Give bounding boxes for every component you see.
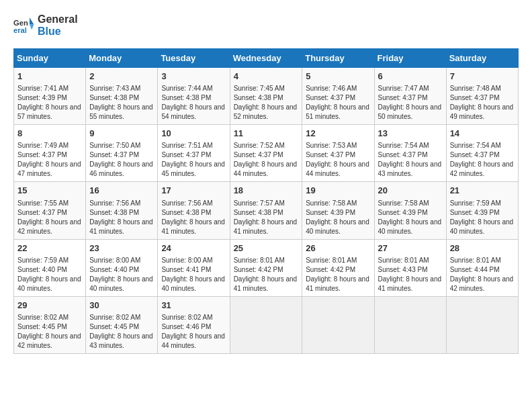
day-number: 14 bbox=[450, 128, 515, 140]
sunset-text: Sunset: 4:39 PM bbox=[17, 94, 67, 101]
calendar-cell: 5Sunrise: 7:46 AMSunset: 4:37 PMDaylight… bbox=[302, 68, 374, 125]
logo-text-line2: Blue bbox=[38, 26, 78, 38]
sunset-text: Sunset: 4:46 PM bbox=[161, 323, 211, 330]
sunrise-text: Sunrise: 8:01 AM bbox=[234, 257, 285, 264]
sunrise-text: Sunrise: 8:01 AM bbox=[378, 257, 429, 264]
day-header-sunday: Sunday bbox=[14, 49, 86, 68]
sunset-text: Sunset: 4:39 PM bbox=[378, 209, 428, 216]
sunset-text: Sunset: 4:40 PM bbox=[17, 266, 67, 273]
sunset-text: Sunset: 4:38 PM bbox=[161, 209, 211, 216]
day-number: 31 bbox=[161, 300, 226, 312]
calendar-cell: 8Sunrise: 7:49 AMSunset: 4:37 PMDaylight… bbox=[14, 125, 86, 182]
day-number: 9 bbox=[89, 128, 154, 140]
sunrise-text: Sunrise: 8:00 AM bbox=[89, 257, 140, 264]
sunset-text: Sunset: 4:37 PM bbox=[306, 151, 355, 158]
daylight-text: Daylight: 8 hours and 40 minutes. bbox=[378, 218, 442, 235]
sunset-text: Sunset: 4:38 PM bbox=[89, 94, 139, 101]
daylight-text: Daylight: 8 hours and 42 minutes. bbox=[17, 332, 81, 349]
sunset-text: Sunset: 4:37 PM bbox=[89, 151, 139, 158]
day-number: 30 bbox=[89, 300, 154, 312]
day-number: 27 bbox=[378, 242, 443, 255]
sunset-text: Sunset: 4:42 PM bbox=[234, 266, 283, 273]
day-number: 2 bbox=[89, 71, 154, 83]
sunset-text: Sunset: 4:38 PM bbox=[234, 94, 283, 101]
svg-marker-3 bbox=[30, 24, 34, 30]
calendar-cell bbox=[230, 296, 302, 353]
day-number: 22 bbox=[17, 242, 82, 255]
daylight-text: Daylight: 8 hours and 52 minutes. bbox=[234, 103, 298, 120]
sunrise-text: Sunrise: 7:53 AM bbox=[306, 142, 357, 149]
sunset-text: Sunset: 4:40 PM bbox=[89, 266, 139, 273]
sunrise-text: Sunrise: 7:51 AM bbox=[161, 142, 212, 149]
sunset-text: Sunset: 4:37 PM bbox=[17, 209, 67, 216]
sunrise-text: Sunrise: 7:52 AM bbox=[234, 142, 285, 149]
sunrise-text: Sunrise: 8:01 AM bbox=[450, 257, 501, 264]
day-number: 19 bbox=[306, 185, 370, 197]
sunset-text: Sunset: 4:37 PM bbox=[306, 94, 355, 101]
calendar-cell: 9Sunrise: 7:50 AMSunset: 4:37 PMDaylight… bbox=[86, 125, 158, 182]
day-number: 24 bbox=[161, 242, 226, 255]
calendar-cell bbox=[302, 296, 374, 353]
sunrise-text: Sunrise: 7:55 AM bbox=[17, 199, 69, 207]
daylight-text: Daylight: 8 hours and 41 minutes. bbox=[89, 218, 153, 235]
sunrise-text: Sunrise: 7:58 AM bbox=[306, 199, 357, 207]
calendar-cell: 21Sunrise: 7:59 AMSunset: 4:39 PMDayligh… bbox=[446, 182, 518, 239]
daylight-text: Daylight: 8 hours and 41 minutes. bbox=[161, 218, 225, 235]
daylight-text: Daylight: 8 hours and 41 minutes. bbox=[234, 218, 298, 235]
sunset-text: Sunset: 4:37 PM bbox=[378, 94, 428, 101]
day-number: 20 bbox=[378, 185, 443, 197]
sunrise-text: Sunrise: 7:49 AM bbox=[17, 142, 69, 149]
sunrise-text: Sunrise: 7:50 AM bbox=[89, 142, 140, 149]
sunrise-text: Sunrise: 8:01 AM bbox=[306, 257, 357, 264]
sunrise-text: Sunrise: 8:00 AM bbox=[161, 257, 212, 264]
calendar-cell: 17Sunrise: 7:56 AMSunset: 4:38 PMDayligh… bbox=[158, 182, 230, 239]
calendar-cell: 28Sunrise: 8:01 AMSunset: 4:44 PMDayligh… bbox=[446, 239, 518, 296]
day-header-tuesday: Tuesday bbox=[158, 49, 230, 68]
calendar-cell: 22Sunrise: 7:59 AMSunset: 4:40 PMDayligh… bbox=[14, 239, 86, 296]
daylight-text: Daylight: 8 hours and 40 minutes. bbox=[450, 218, 514, 235]
day-number: 29 bbox=[17, 300, 82, 312]
calendar-cell: 6Sunrise: 7:47 AMSunset: 4:37 PMDaylight… bbox=[374, 68, 446, 125]
sunset-text: Sunset: 4:38 PM bbox=[234, 209, 283, 216]
calendar-cell bbox=[374, 296, 446, 353]
day-number: 3 bbox=[161, 71, 226, 83]
sunrise-text: Sunrise: 8:02 AM bbox=[161, 314, 212, 321]
sunrise-text: Sunrise: 7:56 AM bbox=[161, 199, 212, 207]
daylight-text: Daylight: 8 hours and 49 minutes. bbox=[450, 103, 514, 120]
sunset-text: Sunset: 4:37 PM bbox=[234, 151, 283, 158]
calendar-cell: 14Sunrise: 7:54 AMSunset: 4:37 PMDayligh… bbox=[446, 125, 518, 182]
calendar-week-row: 22Sunrise: 7:59 AMSunset: 4:40 PMDayligh… bbox=[14, 239, 519, 296]
daylight-text: Daylight: 8 hours and 43 minutes. bbox=[89, 332, 153, 349]
sunrise-text: Sunrise: 7:48 AM bbox=[450, 85, 501, 92]
daylight-text: Daylight: 8 hours and 50 minutes. bbox=[378, 103, 442, 120]
calendar-cell: 24Sunrise: 8:00 AMSunset: 4:41 PMDayligh… bbox=[158, 239, 230, 296]
sunset-text: Sunset: 4:37 PM bbox=[450, 151, 500, 158]
logo-text-line1: General bbox=[38, 13, 78, 26]
sunset-text: Sunset: 4:44 PM bbox=[450, 266, 500, 273]
daylight-text: Daylight: 8 hours and 54 minutes. bbox=[161, 103, 225, 120]
sunrise-text: Sunrise: 7:56 AM bbox=[89, 199, 140, 207]
calendar-cell: 13Sunrise: 7:54 AMSunset: 4:37 PMDayligh… bbox=[374, 125, 446, 182]
day-number: 18 bbox=[234, 185, 299, 197]
sunrise-text: Sunrise: 7:59 AM bbox=[450, 199, 501, 207]
sunset-text: Sunset: 4:38 PM bbox=[161, 94, 211, 101]
day-number: 15 bbox=[17, 185, 82, 197]
sunset-text: Sunset: 4:37 PM bbox=[378, 151, 428, 158]
calendar-cell: 7Sunrise: 7:48 AMSunset: 4:37 PMDaylight… bbox=[446, 68, 518, 125]
day-number: 17 bbox=[161, 185, 226, 197]
sunrise-text: Sunrise: 7:45 AM bbox=[234, 85, 285, 92]
daylight-text: Daylight: 8 hours and 42 minutes. bbox=[17, 218, 81, 235]
sunset-text: Sunset: 4:45 PM bbox=[17, 323, 67, 330]
sunrise-text: Sunrise: 7:44 AM bbox=[161, 85, 212, 92]
calendar-cell: 1Sunrise: 7:41 AMSunset: 4:39 PMDaylight… bbox=[14, 68, 86, 125]
sunrise-text: Sunrise: 7:47 AM bbox=[378, 85, 429, 92]
calendar-cell: 26Sunrise: 8:01 AMSunset: 4:42 PMDayligh… bbox=[302, 239, 374, 296]
calendar-table: SundayMondayTuesdayWednesdayThursdayFrid… bbox=[13, 48, 519, 354]
day-number: 5 bbox=[306, 71, 370, 83]
day-number: 7 bbox=[450, 71, 515, 83]
calendar-header-row: SundayMondayTuesdayWednesdayThursdayFrid… bbox=[14, 49, 519, 68]
svg-marker-2 bbox=[30, 17, 34, 24]
calendar-cell: 3Sunrise: 7:44 AMSunset: 4:38 PMDaylight… bbox=[158, 68, 230, 125]
calendar-cell: 23Sunrise: 8:00 AMSunset: 4:40 PMDayligh… bbox=[86, 239, 158, 296]
day-number: 23 bbox=[89, 242, 154, 255]
